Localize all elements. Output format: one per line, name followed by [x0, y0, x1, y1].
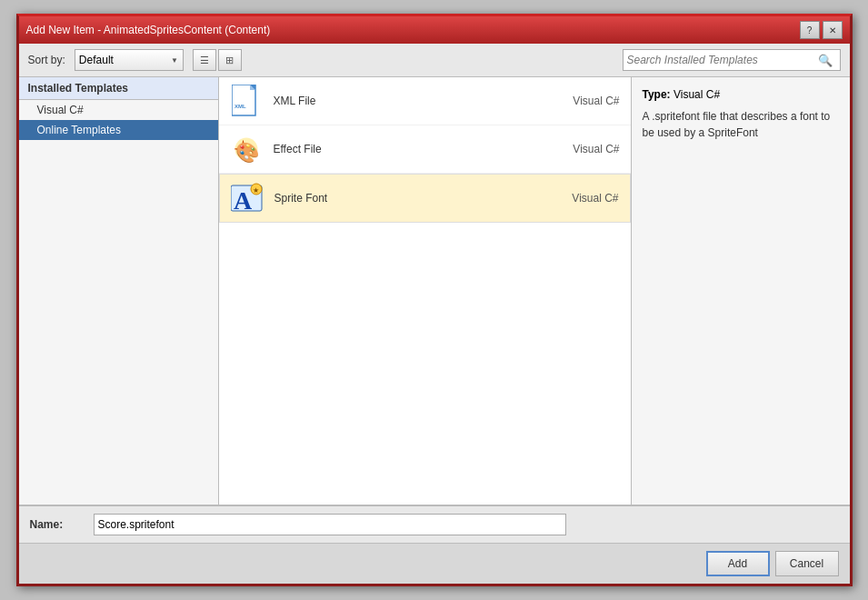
effect-file-name: Effect File [274, 143, 563, 155]
dialog-body: Sort by: Default Name Type Date ☰ ⊞ 🔍 [19, 44, 850, 584]
list-view-button[interactable]: ☰ [193, 49, 216, 71]
svg-text:A: A [234, 186, 253, 215]
top-toolbar: Sort by: Default Name Type Date ☰ ⊞ 🔍 [19, 44, 850, 77]
xml-file-icon: XML [230, 85, 263, 117]
title-bar: Add New Item - AnimatedSpritesContent (C… [19, 16, 850, 44]
name-input[interactable] [94, 514, 566, 535]
close-button[interactable]: ✕ [823, 21, 843, 39]
type-info: Type: Visual C# [643, 88, 839, 101]
sprite-font-icon: A ★ [231, 182, 264, 215]
xml-file-name: XML File [274, 95, 563, 107]
type-value: Visual C# [673, 88, 720, 101]
svg-text:XML: XML [234, 104, 246, 109]
name-bar: Name: [19, 505, 850, 543]
svg-text:★: ★ [253, 186, 259, 195]
add-button[interactable]: Add [706, 551, 770, 576]
right-panel: Type: Visual C# A .spritefont file that … [632, 77, 850, 505]
name-label: Name: [30, 518, 85, 531]
installed-templates-header: Installed Templates [19, 77, 218, 100]
template-item-xml-file[interactable]: XML XML File Visual C# [219, 77, 631, 125]
template-item-effect-file[interactable]: ✦ 🎨 Effect File Visual C# [219, 125, 631, 174]
grid-view-button[interactable]: ⊞ [218, 49, 242, 71]
cancel-button[interactable]: Cancel [775, 551, 839, 576]
sort-label: Sort by: [28, 54, 65, 66]
search-box: 🔍 [623, 49, 841, 71]
xml-file-lang: Visual C# [573, 95, 619, 107]
svg-text:🎨: 🎨 [234, 141, 259, 165]
search-icon[interactable]: 🔍 [814, 50, 836, 70]
help-button[interactable]: ? [800, 21, 820, 39]
left-panel: Installed Templates Visual C# Online Tem… [19, 77, 219, 505]
type-description: A .spritefont file that describes a font… [643, 108, 839, 141]
type-label: Type: [643, 88, 671, 101]
template-item-sprite-font[interactable]: A ★ Sprite Font Visual C# [219, 174, 631, 223]
view-buttons: ☰ ⊞ [193, 49, 242, 71]
sort-dropdown[interactable]: Default Name Type Date [75, 49, 184, 71]
sprite-font-name: Sprite Font [274, 192, 562, 205]
title-bar-buttons: ? ✕ [800, 21, 843, 39]
bottom-buttons: Add Cancel [19, 543, 850, 584]
search-input[interactable] [624, 50, 814, 70]
dialog-title: Add New Item - AnimatedSpritesContent (C… [26, 24, 271, 36]
effect-file-icon: ✦ 🎨 [230, 133, 263, 165]
sidebar-item-visual-csharp[interactable]: Visual C# [19, 100, 218, 120]
sprite-font-lang: Visual C# [572, 192, 618, 205]
effect-file-lang: Visual C# [573, 143, 619, 155]
sidebar-item-online-templates[interactable]: Online Templates [19, 120, 218, 140]
sort-select-wrapper: Default Name Type Date [75, 49, 184, 71]
dialog-window: Add New Item - AnimatedSpritesContent (C… [16, 14, 853, 586]
center-panel: XML XML File Visual C# ✦ 🎨 [219, 77, 632, 505]
main-area: Installed Templates Visual C# Online Tem… [19, 77, 850, 505]
